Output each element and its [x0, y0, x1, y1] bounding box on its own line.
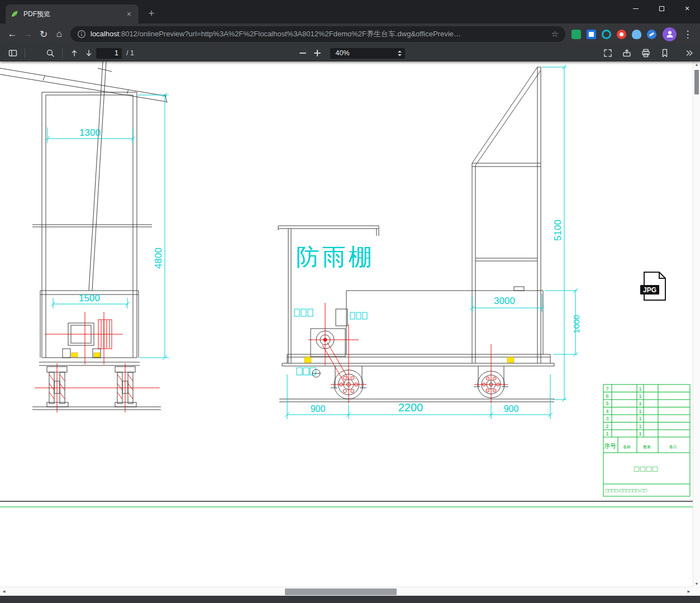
- minimize-button[interactable]: [623, 0, 649, 17]
- jpg-label: JPG: [643, 286, 656, 294]
- row-seq: 1: [606, 431, 608, 436]
- row-qty: 1: [639, 386, 641, 392]
- dim-front-height: 4800: [153, 248, 164, 269]
- drawing-title-placeholder: □□□□: [634, 464, 659, 473]
- toolbar-separator: [25, 49, 25, 58]
- pdf-toolbar: / 1 40%: [0, 45, 700, 61]
- dim-left-overhang: 900: [311, 404, 326, 414]
- browser-toolbar: ← → ↻ ⌂ localhost:8012/onlinePreview?url…: [0, 23, 700, 45]
- dim-tank-height: 1000: [572, 315, 581, 333]
- home-icon[interactable]: ⌂: [51, 26, 67, 42]
- side-view: 防雨棚 5100: [278, 65, 581, 419]
- url-bar[interactable]: localhost:8012/onlinePreview?url=http%3A…: [70, 26, 565, 42]
- front-view: 1300 4800 1500: [0, 61, 169, 412]
- translate-extension-icon[interactable]: [587, 30, 596, 39]
- browser-window: PDF预览 × + × ← → ↻ ⌂ localhost:8012/onlin…: [0, 0, 700, 603]
- url-text: localhost:8012/onlinePreview?url=http%3A…: [91, 29, 547, 39]
- reload-icon[interactable]: ↻: [36, 26, 51, 42]
- pdf-toolbar-right: [601, 45, 697, 61]
- zoom-select[interactable]: 40%: [330, 48, 405, 59]
- new-tab-button[interactable]: +: [144, 6, 159, 21]
- cloud-extension-icon[interactable]: [632, 30, 641, 39]
- more-tools-icon[interactable]: [682, 46, 697, 60]
- dim-tank-length: 3000: [494, 296, 515, 306]
- url-path: :8012/onlinePreview?url=http%3A%2F%2Floc…: [119, 30, 460, 38]
- row-qty: 1: [639, 393, 641, 399]
- page-up-icon[interactable]: [67, 46, 82, 60]
- scrollbar-corner: [693, 587, 700, 596]
- pdf-content: 1300 4800 1500: [0, 61, 700, 596]
- search-icon[interactable]: [43, 46, 58, 60]
- drawing-number-placeholder: □□□□-□□□□□□-□□: [605, 487, 647, 493]
- zoom-in-icon[interactable]: [310, 46, 325, 60]
- page-count-label: / 1: [126, 49, 134, 57]
- dim-side-height: 5100: [553, 220, 563, 241]
- title-block: 7 6 5 4 3 2 1 1 1 1 1 1 1 1 序号 名称 数量 备注 …: [603, 384, 690, 496]
- jpg-file-icon: JPG: [640, 272, 665, 300]
- profile-avatar[interactable]: [663, 27, 677, 41]
- select-stepper-icon: [397, 49, 403, 58]
- row-seq: 5: [606, 401, 608, 406]
- page-number-input[interactable]: [96, 48, 122, 59]
- row-seq: 3: [606, 416, 608, 421]
- back-icon[interactable]: ←: [4, 26, 20, 42]
- person-icon: [665, 30, 674, 39]
- window-controls: ×: [623, 0, 700, 17]
- red-extension-icon[interactable]: [617, 30, 626, 39]
- row-seq: 7: [606, 386, 608, 392]
- toolbar-separator: [62, 49, 63, 58]
- scroll-down-icon[interactable]: ▼: [693, 582, 700, 586]
- dim-cabin-width: 1500: [79, 293, 100, 303]
- print-icon[interactable]: [639, 46, 653, 60]
- menu-icon[interactable]: ⋮: [680, 26, 696, 42]
- bookmark-icon[interactable]: [658, 46, 672, 60]
- zoom-controls: 40%: [296, 45, 405, 61]
- open-file-icon[interactable]: [620, 46, 634, 60]
- site-info-icon[interactable]: [77, 30, 86, 39]
- tab-pdf-preview[interactable]: PDF预览 ×: [6, 4, 139, 23]
- shelter-label: 防雨棚: [296, 244, 375, 270]
- leaf-favicon: [10, 10, 19, 18]
- fit-screen-icon[interactable]: [601, 46, 615, 60]
- vertical-scrollbar[interactable]: ▲ ▼: [693, 61, 700, 587]
- row-seq: 6: [606, 393, 608, 399]
- sidebar-toggle-icon[interactable]: [6, 46, 20, 60]
- tab-bar: PDF预览 × + ×: [0, 0, 700, 23]
- ring-extension-icon[interactable]: [602, 30, 611, 39]
- window-bottom-edge: [0, 596, 700, 603]
- bookmark-star-icon[interactable]: ☆: [551, 29, 559, 39]
- dim-right-overhang: 900: [504, 404, 519, 414]
- horizontal-scroll-thumb[interactable]: [285, 588, 397, 595]
- row-qty: 1: [639, 409, 641, 414]
- page-down-icon[interactable]: [82, 46, 96, 60]
- horizontal-scrollbar[interactable]: ◄ ►: [0, 587, 693, 596]
- qty-header: 数量: [643, 445, 651, 449]
- tab-close-icon[interactable]: ×: [124, 9, 134, 19]
- row-seq: 2: [606, 424, 608, 429]
- dim-wheelbase: 2200: [398, 401, 423, 414]
- row-qty: 1: [639, 401, 641, 406]
- close-button[interactable]: ×: [674, 0, 700, 17]
- url-host: localhost: [91, 30, 119, 38]
- scroll-up-icon[interactable]: ▲: [693, 63, 700, 67]
- scroll-right-icon[interactable]: ►: [687, 589, 691, 594]
- name-header: 名称: [623, 445, 631, 449]
- zoom-out-icon[interactable]: [296, 46, 310, 60]
- tab-title: PDF预览: [23, 10, 120, 19]
- row-qty: 1: [639, 424, 641, 429]
- maximize-button[interactable]: [649, 0, 674, 17]
- forward-icon[interactable]: →: [20, 26, 36, 42]
- cad-drawing: 1300 4800 1500: [0, 61, 693, 587]
- row-qty: 1: [639, 416, 641, 421]
- row-qty: 1: [639, 431, 641, 436]
- row-seq: 4: [606, 409, 608, 414]
- green-extension-icon[interactable]: [572, 30, 581, 39]
- zoom-value: 40%: [336, 49, 397, 57]
- dim-front-top-width: 1300: [79, 127, 101, 138]
- shield-extension-icon[interactable]: [647, 30, 656, 39]
- note-header: 备注: [669, 444, 677, 449]
- scroll-left-icon[interactable]: ◄: [2, 589, 6, 594]
- seq-header: 序号: [604, 443, 616, 449]
- vertical-scroll-thumb[interactable]: [694, 70, 699, 94]
